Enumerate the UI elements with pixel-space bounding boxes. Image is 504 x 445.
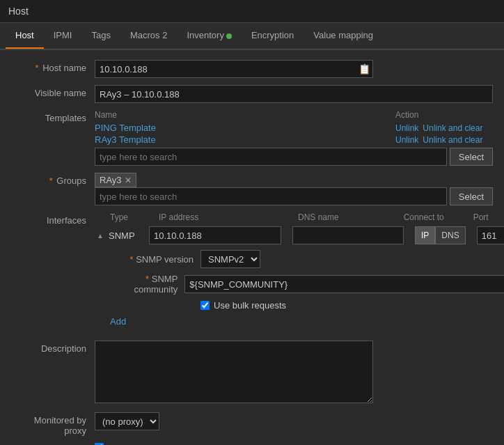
connect-ip-button[interactable]: IP	[415, 226, 435, 244]
use-bulk-checkbox[interactable]	[200, 301, 210, 310]
groups-search-input[interactable]	[95, 187, 447, 205]
tab-macros2[interactable]: Macros 2	[120, 23, 177, 49]
tab-value-mapping[interactable]: Value mapping	[304, 23, 383, 49]
template-name-1: PING Template	[95, 123, 395, 133]
templates-label: Templates	[11, 110, 95, 123]
connect-dns-button[interactable]: DNS	[435, 226, 465, 244]
description-row: Description	[11, 341, 493, 405]
snmp-community-input[interactable]	[184, 275, 504, 293]
description-label: Description	[11, 341, 95, 354]
groups-label: * Groups	[11, 173, 95, 186]
templates-select-button[interactable]: Select	[450, 148, 493, 166]
snmp-version-row: * SNMP version SNMPv1 SNMPv2 SNMPv3	[110, 250, 504, 268]
interface-expand-icon[interactable]: ▲	[95, 232, 106, 240]
interfaces-row: Interfaces Type IP address DNS name Conn…	[11, 212, 493, 334]
inventory-dot	[226, 33, 232, 39]
template-unlink-clear-1[interactable]: Unlink and clear	[423, 123, 482, 133]
visible-name-input[interactable]	[95, 85, 493, 103]
tabs-bar: Host IPMI Tags Macros 2 Inventory Encryp…	[0, 23, 504, 49]
template-unlink-1[interactable]: Unlink	[395, 123, 418, 133]
templates-search-row: Select	[95, 148, 493, 166]
snmp-version-select[interactable]: SNMPv1 SNMPv2 SNMPv3	[200, 250, 260, 268]
tab-inventory[interactable]: Inventory	[177, 23, 241, 49]
visible-name-row: Visible name	[11, 85, 493, 103]
tab-host[interactable]: Host	[6, 23, 44, 49]
host-name-row: * Host name 📋	[11, 60, 493, 78]
group-tag-remove-ray3[interactable]: ✕	[125, 175, 132, 185]
template-row-2: RAy3 Template Unlink Unlink and clear	[95, 134, 493, 145]
template-name-2: RAy3 Template	[95, 134, 395, 145]
tab-encryption[interactable]: Encryption	[242, 23, 304, 49]
monitored-proxy-row: Monitored by proxy (no proxy)	[11, 412, 493, 436]
tab-ipmi[interactable]: IPMI	[44, 23, 82, 49]
visible-name-label: Visible name	[11, 85, 95, 98]
interface-port-input[interactable]	[477, 226, 504, 244]
template-unlink-clear-2[interactable]: Unlink and clear	[423, 135, 482, 145]
templates-row: Templates Name Action PING Template Unli…	[11, 110, 493, 166]
use-bulk-label: Use bulk requests	[214, 300, 286, 311]
group-tag-ray3: RAy3 ✕	[95, 173, 136, 187]
form-content: * Host name 📋 Visible name Templates Nam…	[0, 50, 504, 445]
interface-ip-input[interactable]	[149, 226, 281, 244]
interface-dns-input[interactable]	[292, 226, 404, 244]
use-bulk-row: Use bulk requests	[200, 300, 504, 311]
templates-search-input[interactable]	[95, 148, 447, 166]
host-name-icon: 📋	[359, 63, 370, 75]
templates-header: Name Action	[95, 110, 493, 120]
template-row-1: PING Template Unlink Unlink and clear	[95, 123, 493, 133]
template-unlink-2[interactable]: Unlink	[395, 135, 418, 145]
host-name-label: * Host name	[11, 60, 95, 73]
snmp-community-row: * SNMP community	[110, 274, 504, 295]
monitored-proxy-label: Monitored by proxy	[11, 412, 95, 436]
interfaces-header: Type IP address DNS name Connect to Port	[95, 212, 504, 222]
interfaces-label: Interfaces	[11, 212, 95, 226]
groups-select-button[interactable]: Select	[450, 187, 493, 205]
window-title: Host	[0, 0, 504, 23]
interface-type: SNMP	[109, 231, 146, 241]
host-name-input[interactable]	[95, 60, 373, 78]
tab-tags[interactable]: Tags	[81, 23, 120, 49]
interface-row-1: ▲ SNMP IP DNS	[95, 226, 504, 244]
add-interface-link[interactable]: Add	[110, 316, 504, 327]
groups-row: * Groups RAy3 ✕ Select	[11, 173, 493, 205]
monitored-proxy-select[interactable]: (no proxy)	[95, 412, 159, 430]
description-textarea[interactable]	[95, 341, 373, 403]
